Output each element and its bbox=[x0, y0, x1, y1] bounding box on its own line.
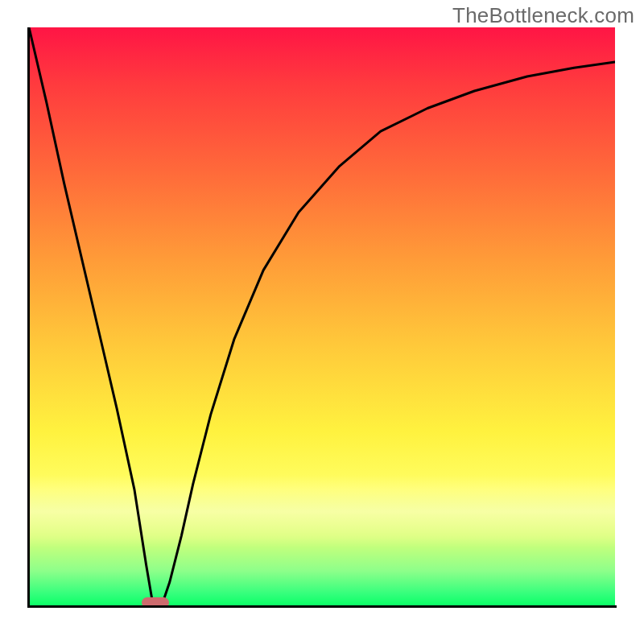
chart-frame: TheBottleneck.com bbox=[0, 0, 644, 644]
plot-outer bbox=[10, 27, 634, 644]
watermark-text: TheBottleneck.com bbox=[452, 3, 634, 28]
y-axis bbox=[27, 27, 30, 607]
axes bbox=[10, 27, 634, 644]
x-axis bbox=[27, 605, 617, 608]
